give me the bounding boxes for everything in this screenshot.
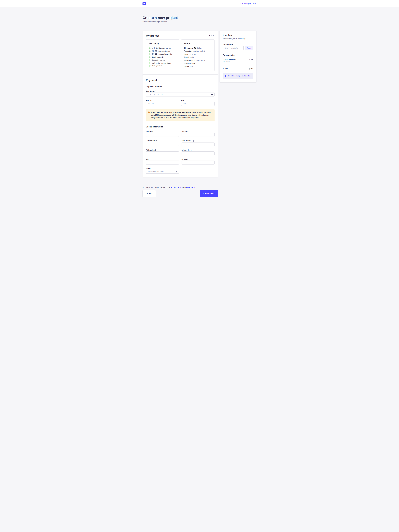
setup-row: Region USA	[184, 65, 212, 67]
pencil-icon: ✎	[213, 35, 215, 37]
line-item-period: This month	[223, 61, 236, 62]
zip-code-input[interactable]	[182, 161, 215, 165]
invoice-total-row: TOTAL $8.04	[223, 68, 253, 70]
last-name-input[interactable]	[182, 133, 215, 137]
city-label: City*	[146, 158, 179, 160]
cvc-input[interactable]	[181, 102, 215, 106]
payment-title: Payment	[146, 79, 215, 82]
check-circle-icon	[149, 50, 150, 52]
apply-discount-button[interactable]: Apply	[245, 46, 253, 50]
note-text: $75 will be charged next month.	[228, 75, 250, 77]
address-line-2-label: Address line 2	[182, 149, 215, 151]
my-project-card: My project Edit ✎ Plan (Pro) Unlimited d…	[143, 31, 218, 74]
plan-feature: 250 GB of assets storage	[149, 50, 177, 52]
expires-label: Expires*	[146, 100, 179, 101]
first-name-input[interactable]	[146, 133, 179, 137]
next-month-charge-note: i $75 will be charged next month.	[223, 73, 253, 79]
price-details-title: Price details	[223, 54, 253, 56]
card-usage-warning: ! The chosen card will be used for all p…	[146, 109, 215, 121]
page-head: Create a new project Lets create somethi…	[143, 7, 256, 23]
setup-row-label: Base directory	[184, 62, 195, 64]
plan-feature-label: 250 GB of assets storage	[152, 50, 170, 52]
check-circle-icon	[149, 53, 150, 55]
last-name-field: Last name	[182, 131, 215, 137]
my-project-title: My project	[146, 34, 159, 37]
setup-row: Repository strapi/my-project	[184, 50, 212, 52]
address-line-1-field: Address line 1*	[146, 149, 179, 155]
setup-row: Branch main	[184, 56, 212, 58]
warning-icon: !	[148, 112, 150, 113]
city-input[interactable]	[146, 161, 179, 165]
invoice-title: Invoice	[223, 34, 253, 37]
email-address-label: Email address*i	[182, 139, 215, 142]
back-to-projects-link[interactable]: ↺ Back to projects list	[240, 3, 256, 5]
back-link-label: Back to projects list	[242, 3, 256, 5]
check-circle-icon	[149, 65, 150, 67]
card-number-label: Card Number*	[146, 90, 215, 92]
invoice-subtitle-emphasis: today	[241, 38, 245, 40]
setup-row-value: USA	[190, 65, 193, 67]
expires-input[interactable]	[146, 102, 179, 106]
address-line-2-field: Address line 2	[182, 149, 215, 155]
required-asterisk: *	[184, 100, 185, 101]
go-back-button[interactable]: Go back	[143, 190, 156, 197]
required-asterisk: *	[192, 139, 192, 141]
setup-row-value: strapi/my-project	[193, 50, 205, 52]
cvc-label: CVC*	[181, 100, 215, 101]
company-name-input[interactable]	[146, 142, 179, 146]
page-subtitle: Lets create something awesome!	[143, 21, 256, 23]
setup-title: Setup	[184, 42, 212, 45]
setup-row: Deployment At every commit	[184, 59, 212, 61]
plan-feature: 500 GB of assets bandwidth	[149, 53, 177, 55]
terms-of-service-link[interactable]: Terms of Service	[170, 187, 183, 188]
discount-code-input[interactable]	[223, 46, 244, 50]
billing-information-title: Billing information	[146, 126, 215, 128]
country-select[interactable]: Select or enter a value	[146, 170, 179, 174]
country-field: Country* Select or enter a value	[146, 167, 179, 174]
required-asterisk: *	[152, 167, 152, 169]
payment-method-title: Payment method	[146, 85, 215, 88]
required-asterisk: *	[151, 100, 152, 101]
required-asterisk: *	[149, 158, 149, 160]
last-name-label: Last name	[182, 131, 215, 132]
check-circle-icon	[149, 47, 150, 49]
setup-row-label: Deployment	[184, 59, 193, 61]
setup-row-value: At every commit	[194, 59, 205, 61]
check-circle-icon	[149, 59, 150, 61]
total-label: TOTAL	[223, 68, 228, 70]
setup-row-label: Branch	[184, 56, 189, 58]
strapi-logo-icon[interactable]	[143, 2, 146, 5]
setup-row-label: Repository	[184, 50, 192, 52]
card-number-input[interactable]	[146, 93, 215, 96]
address-line-2-input[interactable]	[182, 152, 215, 155]
plan-feature-label: 500 GB of assets bandwidth	[152, 53, 172, 55]
github-icon	[194, 47, 196, 49]
edit-project-button[interactable]: Edit ✎	[209, 35, 215, 37]
setup-row-value: my-project	[189, 53, 196, 55]
privacy-policy-link[interactable]: Privacy Policy	[186, 187, 196, 188]
plan-title: Plan (Pro)	[149, 42, 177, 45]
setup-box: Setup Git provider GitHub Repository str…	[181, 39, 215, 71]
setup-row-label: Name	[184, 53, 188, 55]
required-asterisk: *	[157, 139, 157, 141]
info-icon: i	[225, 75, 227, 77]
plan-feature: 1M API requests	[149, 56, 177, 58]
city-field: City*	[146, 158, 179, 165]
payment-card: Payment Payment method Card Number*	[143, 75, 218, 177]
email-address-input[interactable]	[182, 142, 215, 146]
setup-row-label: Git provider	[184, 47, 193, 49]
invoice-card: Invoice This is what you will pay today …	[220, 31, 256, 82]
zip-code-label: ZIP code*	[182, 158, 215, 160]
company-name-label: Company name*	[146, 139, 179, 141]
info-icon[interactable]: i	[193, 140, 195, 142]
plan-feature-label: Weekly backups	[152, 65, 163, 67]
create-project-button[interactable]: Create project	[200, 190, 218, 197]
plan-feature-label: Unlimited database entries	[152, 47, 170, 49]
required-asterisk: *	[155, 90, 156, 92]
check-circle-icon	[149, 62, 150, 64]
setup-row: Name my-project	[184, 53, 212, 55]
address-line-1-input[interactable]	[146, 152, 179, 155]
setup-row-value: GitHub	[196, 47, 202, 49]
first-name-field: First name	[146, 131, 179, 137]
plan-feature: Unlimited database entries	[149, 47, 177, 49]
